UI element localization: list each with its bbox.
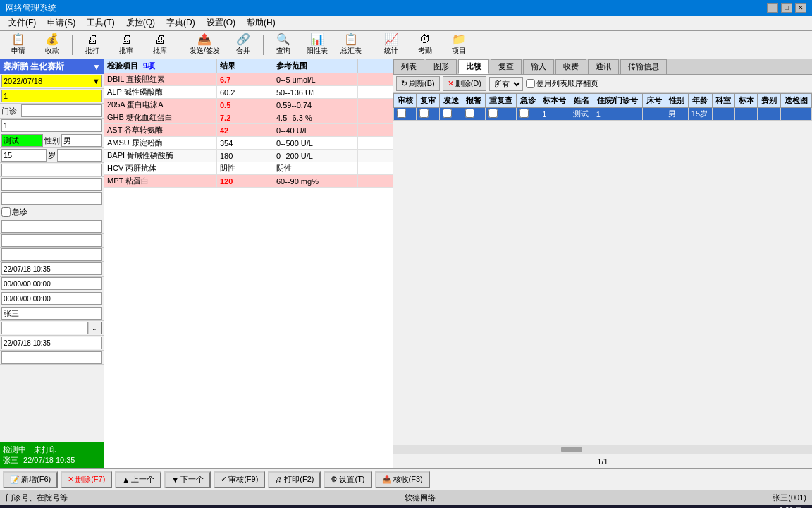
urgent-checkbox[interactable] bbox=[1, 207, 11, 217]
tab-输入[interactable]: 输入 bbox=[523, 59, 554, 74]
tab-收费[interactable]: 收费 bbox=[555, 59, 586, 74]
extra-value[interactable] bbox=[1, 322, 88, 334]
project-btn[interactable]: 📁 项目 bbox=[443, 32, 474, 58]
filter-dropdown[interactable]: 所有 bbox=[489, 77, 523, 91]
title-bar: 网络管理系统 ─ □ ✕ bbox=[0, 0, 812, 16]
col-header-发送: 发送 bbox=[439, 94, 462, 108]
table-cell[interactable] bbox=[516, 108, 539, 121]
merge-btn[interactable]: 🔗 合并 bbox=[228, 32, 259, 58]
table-cell[interactable] bbox=[417, 108, 439, 121]
batch-stock-btn[interactable]: 🖨 批库 bbox=[144, 32, 176, 58]
table-cell[interactable] bbox=[439, 108, 462, 121]
time2-value[interactable]: 00/00/00 00:00 bbox=[1, 277, 102, 290]
refresh-btn[interactable]: ↻ 刷新(B) bbox=[396, 76, 440, 91]
date-dropdown-icon[interactable]: ▼ bbox=[92, 77, 100, 85]
review-btn[interactable]: ✓ 审核(F9) bbox=[214, 471, 265, 488]
tab-比较[interactable]: 比较 bbox=[458, 59, 489, 74]
batch-review-btn[interactable]: 🖨 批审 bbox=[111, 32, 142, 58]
test-row[interactable]: BAPI 骨碱性磷酸酶 180 0--200 U/L bbox=[104, 150, 393, 162]
table-cell[interactable] bbox=[462, 108, 485, 121]
print-btn[interactable]: 🖨 打印(F2) bbox=[268, 471, 321, 488]
last-value[interactable] bbox=[1, 351, 102, 364]
operator-value[interactable]: 张三 bbox=[1, 307, 102, 320]
menu-apply[interactable]: 申请(S) bbox=[42, 16, 81, 30]
empty-value2[interactable] bbox=[1, 178, 102, 190]
test-row[interactable]: AST 谷草转氨酶 42 0--40 U/L bbox=[104, 124, 393, 137]
col-header-送检图: 送检图 bbox=[780, 94, 811, 108]
time2-row: 00/00/00 00:00 bbox=[0, 277, 104, 291]
row-checkbox[interactable] bbox=[397, 109, 406, 118]
add-icon: 📝 bbox=[10, 475, 20, 484]
patient-name: 赛斯鹏 生化赛斯 bbox=[3, 61, 64, 73]
receive-btn[interactable]: 📥 核收(F3) bbox=[375, 471, 430, 488]
clinic-value[interactable] bbox=[21, 104, 102, 117]
positive-table-btn[interactable]: 📊 阳性表 bbox=[302, 32, 333, 58]
batch-print-btn[interactable]: 🖨 批打 bbox=[77, 32, 108, 58]
minimize-btn[interactable]: ─ bbox=[767, 3, 778, 13]
empty-row5 bbox=[0, 234, 104, 248]
scrollbar[interactable] bbox=[393, 445, 812, 454]
menu-qc[interactable]: 质控(Q) bbox=[121, 16, 161, 30]
send-btn[interactable]: 📤 发送/签发 bbox=[185, 32, 225, 58]
extra-button[interactable]: ... bbox=[88, 322, 102, 334]
row-checkbox[interactable] bbox=[443, 109, 452, 118]
col-result-header: 结果 bbox=[217, 59, 273, 73]
gender-value[interactable]: 男 bbox=[61, 134, 103, 147]
attendance-btn[interactable]: ⏱ 考勤 bbox=[410, 32, 441, 58]
empty-value5[interactable] bbox=[1, 234, 102, 247]
table-cell[interactable] bbox=[485, 108, 516, 121]
close-btn[interactable]: ✕ bbox=[795, 3, 806, 13]
menu-tools[interactable]: 工具(T) bbox=[81, 16, 120, 30]
age-extra[interactable] bbox=[57, 149, 102, 162]
row-checkbox[interactable] bbox=[419, 109, 429, 118]
collect-btn[interactable]: 💰 收款 bbox=[37, 32, 68, 58]
row-checkbox[interactable] bbox=[465, 109, 474, 118]
settings-bottom-btn[interactable]: ⚙ 设置(T) bbox=[324, 471, 371, 488]
test-value[interactable]: 测试 bbox=[1, 134, 43, 147]
empty-value1[interactable] bbox=[1, 164, 102, 176]
time4-value[interactable]: 22/07/18 10:35 bbox=[1, 337, 102, 349]
next-btn[interactable]: ▼ 下一个 bbox=[164, 471, 211, 488]
right-delete-btn[interactable]: ✕ 删除(D) bbox=[443, 76, 486, 91]
prev-btn[interactable]: ▲ 上一个 bbox=[115, 471, 161, 488]
tab-传输信息[interactable]: 传输信息 bbox=[620, 59, 667, 74]
empty-value6[interactable] bbox=[1, 248, 102, 261]
panel-arrow[interactable]: ▼ bbox=[92, 62, 101, 72]
tab-图形[interactable]: 图形 bbox=[426, 59, 457, 74]
apply-btn[interactable]: 📋 申请 bbox=[3, 32, 34, 58]
time1-row: 22/07/18 10:35 bbox=[0, 262, 104, 277]
tab-列表[interactable]: 列表 bbox=[393, 59, 424, 74]
time3-value[interactable]: 00/00/00 00:00 bbox=[1, 292, 102, 305]
test-row[interactable]: 205A 蛋白电泳A 0.5 0.59--0.74 bbox=[104, 99, 393, 111]
query-btn[interactable]: 🔍 查询 bbox=[268, 32, 299, 58]
row-checkbox[interactable] bbox=[519, 109, 529, 118]
table-row[interactable]: 1测试1男15岁 bbox=[394, 108, 812, 121]
age-value[interactable]: 15 bbox=[1, 149, 47, 162]
tab-通讯[interactable]: 通讯 bbox=[588, 59, 619, 74]
empty-value4[interactable] bbox=[1, 220, 102, 233]
test-row[interactable]: HCV 丙肝抗体 阴性 阴性 bbox=[104, 162, 393, 175]
delete-bottom-btn[interactable]: ✕ 删除(F7) bbox=[61, 471, 112, 488]
menu-settings[interactable]: 设置(O) bbox=[201, 16, 241, 30]
test-row[interactable]: DBIL 直接胆红素 6.7 0--5 umol/L bbox=[104, 73, 393, 86]
time1-value[interactable]: 22/07/18 10:35 bbox=[1, 262, 102, 275]
maximize-btn[interactable]: □ bbox=[781, 3, 792, 13]
stats-btn[interactable]: 📈 统计 bbox=[376, 32, 407, 58]
summary-btn[interactable]: 📋 总汇表 bbox=[336, 32, 367, 58]
tab-复查[interactable]: 复查 bbox=[491, 59, 522, 74]
test-row[interactable]: AMSU 尿淀粉酶 354 0--500 U/L bbox=[104, 137, 393, 150]
menu-dict[interactable]: 字典(D) bbox=[161, 16, 201, 30]
test-row[interactable]: GHB 糖化血红蛋白 7.2 4.5--6.3 % bbox=[104, 111, 393, 124]
seq-value[interactable]: 1 bbox=[1, 90, 102, 102]
order-checkbox[interactable] bbox=[526, 79, 535, 88]
menu-help[interactable]: 帮助(H) bbox=[241, 16, 281, 30]
test-row[interactable]: ALP 碱性磷酸酶 60.2 50--136 U/L bbox=[104, 86, 393, 99]
date-display[interactable]: 2022/07/18 ▼ bbox=[1, 75, 102, 87]
add-btn[interactable]: 📝 新增(F6) bbox=[3, 471, 58, 488]
test-row[interactable]: MPT 粘蛋白 120 60--90 mg% bbox=[104, 175, 393, 188]
row-checkbox[interactable] bbox=[488, 109, 498, 118]
num-value[interactable]: 1 bbox=[1, 119, 102, 132]
table-cell[interactable] bbox=[394, 108, 417, 121]
menu-file[interactable]: 文件(F) bbox=[3, 16, 42, 30]
empty-value3[interactable] bbox=[1, 192, 102, 205]
